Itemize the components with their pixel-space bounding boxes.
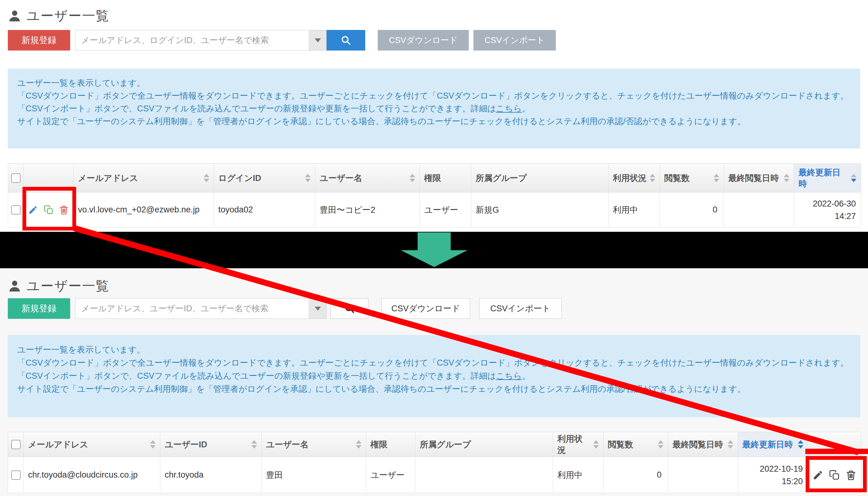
search-input[interactable] (76, 30, 309, 50)
section-after: ユーザー一覧 新規登録 CSVダウンロード CSVインポート ユーザー一覧を表示… (0, 268, 868, 496)
col-status[interactable]: 利用状況 (609, 164, 660, 192)
updated-date: 2022-06-30 (799, 198, 856, 210)
header-row: メールアドレス ログインID ユーザー名 権限 所属グループ 利用状況 閲覧数 … (8, 164, 861, 192)
notice-line2: 「CSVダウンロード」ボタンで全ユーザー情報をダウンロードできます。ユーザーごと… (17, 90, 851, 102)
search-scope-dropdown[interactable] (309, 298, 326, 319)
col-status[interactable]: 利用状況 (553, 432, 603, 457)
page-title-row: ユーザー一覧 (0, 0, 868, 26)
col-user-name[interactable]: ユーザー名 (262, 432, 366, 457)
search-input[interactable] (76, 298, 309, 319)
toolbar-after: 新規登録 CSVダウンロード CSVインポート (8, 298, 868, 319)
col-role[interactable]: 権限 (420, 164, 471, 192)
cell-views: 0 (603, 457, 668, 493)
col-login-id[interactable]: ログインID (214, 164, 315, 192)
screen: ユーザー一覧 新規登録 CSVダウンロード CSVインポート ユーザー一覧を表示… (0, 0, 868, 496)
details-link[interactable]: こちら (496, 371, 522, 381)
notice-box: ユーザー一覧を表示しています。 「CSVダウンロード」ボタンで全ユーザー情報をダ… (8, 335, 860, 417)
copy-icon[interactable] (44, 204, 54, 216)
row-checkbox[interactable] (11, 205, 20, 215)
search-button[interactable] (327, 30, 365, 50)
divider-band (0, 232, 868, 268)
cell-group (415, 457, 553, 493)
search-button[interactable] (331, 298, 368, 319)
chevron-down-icon (315, 38, 321, 43)
actions-header (808, 432, 861, 457)
col-last-updated[interactable]: 最終更新日時 (738, 432, 808, 457)
delete-trash-icon[interactable] (846, 469, 856, 481)
select-all-header (8, 432, 24, 457)
csv-download-button[interactable]: CSVダウンロード (378, 30, 469, 50)
header-row: メールアドレス ユーザーID ユーザー名 権限 所属グループ 利用状況 閲覧数 … (8, 432, 861, 457)
sort-icon (593, 440, 599, 449)
col-user-name[interactable]: ユーザー名 (315, 164, 420, 192)
cell-role: ユーザー (420, 192, 471, 228)
col-user-id[interactable]: ユーザーID (160, 432, 262, 457)
sort-icon (714, 174, 719, 182)
cell-email: chr.toyoda@cloudcircus.co.jp (24, 457, 160, 493)
col-email[interactable]: メールアドレス (24, 432, 160, 457)
notice-line3-period: 。 (522, 371, 530, 381)
table-row: chr.toyoda@cloudcircus.co.jp chr.toyoda … (8, 457, 861, 493)
sort-icon (204, 174, 209, 182)
sort-icon-active (798, 440, 803, 449)
updated-date: 2022-10-19 (742, 463, 803, 475)
new-user-button[interactable]: 新規登録 (8, 30, 70, 50)
cell-last-updated: 2022-10-19 15:20 (738, 457, 808, 493)
col-group[interactable]: 所属グループ (471, 164, 609, 192)
csv-download-button[interactable]: CSVダウンロード (381, 298, 470, 319)
notice-line3: 「CSVインポート」ボタンで、CSVファイルを読み込んでユーザーの新規登録や更新… (17, 369, 851, 383)
col-role[interactable]: 権限 (366, 432, 415, 457)
sort-icon (356, 440, 362, 449)
notice-line2: 「CSVダウンロード」ボタンで全ユーザー情報をダウンロードできます。ユーザーごと… (17, 356, 851, 369)
cell-last-viewed (724, 192, 794, 228)
edit-pencil-icon[interactable] (812, 469, 823, 481)
notice-line3-text: 「CSVインポート」ボタンで、CSVファイルを読み込んでユーザーの新規登録や更新… (17, 371, 496, 381)
cell-last-viewed (668, 457, 738, 493)
cell-user-id: chr.toyoda (160, 457, 262, 493)
cell-last-updated: 2022-06-30 14:27 (794, 192, 861, 228)
toolbar-before: 新規登録 CSVダウンロード CSVインポート (8, 30, 868, 50)
csv-import-button[interactable]: CSVインポート (479, 298, 562, 319)
notice-line3-text: 「CSVインポート」ボタンで、CSVファイルを読み込んでユーザーの新規登録や更新… (17, 104, 496, 113)
arrow-down-icon (401, 232, 468, 267)
notice-line3: 「CSVインポート」ボタンで、CSVファイルを読み込んでユーザーの新規登録や更新… (17, 102, 851, 115)
row-select-cell (8, 457, 24, 493)
sort-icon (658, 440, 663, 449)
notice-line4: サイト設定で「ユーザーのシステム利用制御」を「管理者がログインを承認」にしている… (17, 115, 851, 128)
search-box (75, 30, 327, 50)
details-link[interactable]: こちら (496, 104, 522, 113)
copy-icon[interactable] (829, 469, 840, 481)
updated-time: 15:20 (742, 475, 803, 487)
notice-line4: サイト設定で「ユーザーのシステム利用制御」を「管理者がログインを承認」にしている… (17, 383, 851, 396)
select-all-checkbox[interactable] (11, 440, 20, 449)
cell-group: 新規G (471, 192, 609, 228)
col-group[interactable]: 所属グループ (415, 432, 553, 457)
user-table-after: メールアドレス ユーザーID ユーザー名 権限 所属グループ 利用状況 閲覧数 … (8, 432, 861, 493)
actions-header (24, 164, 74, 192)
search-icon (344, 303, 355, 314)
col-email[interactable]: メールアドレス (74, 164, 214, 192)
edit-pencil-icon[interactable] (28, 204, 38, 216)
cell-login-id: toyoda02 (214, 192, 315, 228)
csv-import-button[interactable]: CSVインポート (473, 30, 556, 50)
row-checkbox[interactable] (11, 470, 20, 480)
col-last-updated[interactable]: 最終更新日時 (794, 164, 861, 192)
col-views[interactable]: 閲覧数 (603, 432, 668, 457)
sort-icon (410, 174, 415, 182)
search-scope-dropdown[interactable] (309, 30, 326, 50)
col-last-viewed[interactable]: 最終閲覧日時 (724, 164, 794, 192)
col-last-viewed[interactable]: 最終閲覧日時 (668, 432, 738, 457)
row-actions-cell (24, 192, 74, 228)
cell-user-name: 豊田〜コピー2 (315, 192, 420, 228)
sort-icon (150, 440, 156, 449)
new-user-button[interactable]: 新規登録 (8, 298, 70, 319)
col-views[interactable]: 閲覧数 (660, 164, 724, 192)
cell-views: 0 (660, 192, 724, 228)
notice-line1: ユーザー一覧を表示しています。 (17, 77, 851, 90)
select-all-checkbox[interactable] (11, 173, 20, 183)
sort-icon (251, 440, 257, 449)
chevron-down-icon (315, 307, 321, 311)
sort-icon (728, 440, 733, 449)
row-select-cell (8, 192, 24, 228)
delete-trash-icon[interactable] (59, 204, 69, 216)
